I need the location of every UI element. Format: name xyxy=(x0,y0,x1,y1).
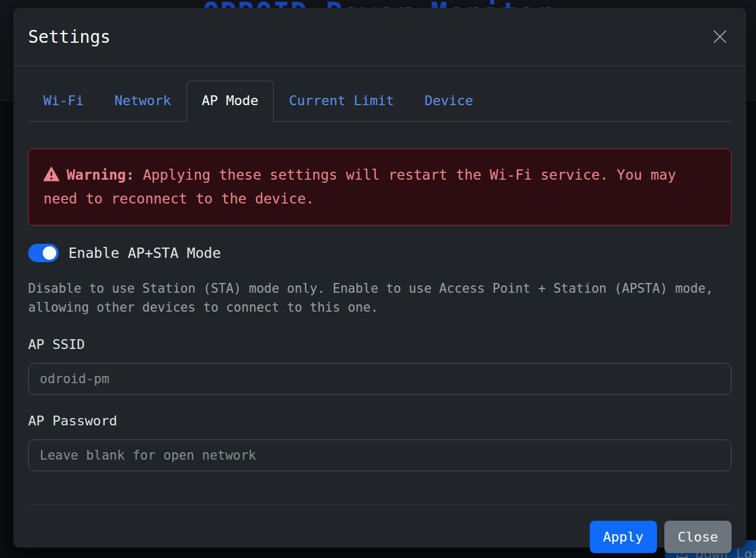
tab-device[interactable]: Device xyxy=(409,81,488,122)
ap-sta-mode-description: Disable to use Station (STA) mode only. … xyxy=(28,279,732,317)
settings-tab-bar: Wi-Fi Network AP Mode Current Limit Devi… xyxy=(28,81,732,122)
settings-modal: Settings Wi-Fi Network AP Mode Current L… xyxy=(13,8,746,548)
modal-title: Settings xyxy=(28,27,111,47)
warning-text: Applying these settings will restart the… xyxy=(43,167,676,207)
warning-icon xyxy=(43,166,59,188)
ap-password-label: AP Password xyxy=(28,413,732,428)
ap-password-input[interactable] xyxy=(28,439,732,471)
ap-sta-toggle-label: Enable AP+STA Mode xyxy=(68,245,221,261)
close-button[interactable]: Close xyxy=(664,521,732,553)
tab-wifi[interactable]: Wi-Fi xyxy=(28,81,99,122)
modal-footer: Apply Close xyxy=(28,504,732,558)
warning-bold-text: Warning: xyxy=(67,167,134,183)
toggle-knob xyxy=(43,246,56,260)
wifi-restart-warning-alert: Warning: Applying these settings will re… xyxy=(28,149,732,226)
modal-header: Settings xyxy=(13,8,746,66)
ap-sta-toggle-row: Enable AP+STA Mode xyxy=(28,244,732,262)
apply-button[interactable]: Apply xyxy=(590,521,657,553)
ap-ssid-label: AP SSID xyxy=(28,337,732,352)
close-icon xyxy=(711,39,729,48)
modal-body: Wi-Fi Network AP Mode Current Limit Devi… xyxy=(13,66,746,504)
close-modal-button[interactable] xyxy=(708,25,732,48)
tab-current-limit[interactable]: Current Limit xyxy=(274,81,409,122)
tab-network[interactable]: Network xyxy=(99,81,186,122)
ap-sta-mode-toggle[interactable] xyxy=(28,244,59,262)
tab-ap-mode[interactable]: AP Mode xyxy=(186,81,274,122)
ap-ssid-input[interactable] xyxy=(28,363,732,395)
